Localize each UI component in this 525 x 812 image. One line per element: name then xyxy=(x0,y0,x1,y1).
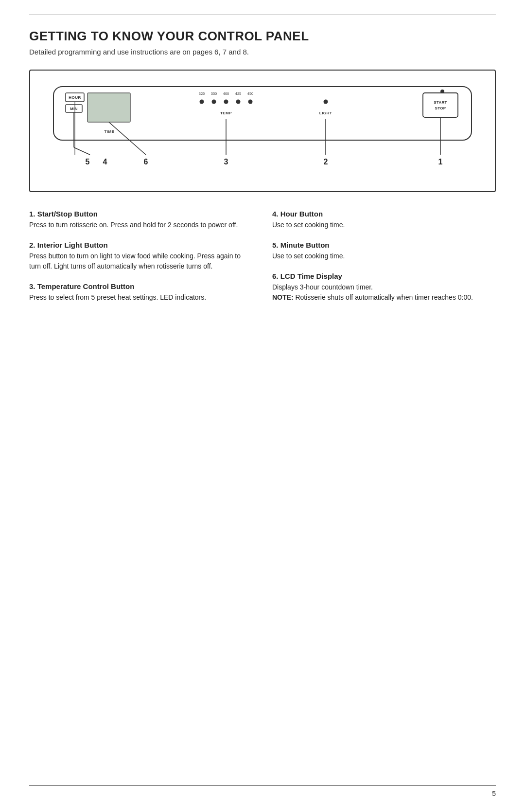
item-5-body: Use to set cooking time. xyxy=(272,251,496,261)
svg-rect-21 xyxy=(423,93,458,117)
svg-text:5: 5 xyxy=(86,158,90,166)
svg-text:3: 3 xyxy=(224,158,228,166)
svg-text:MIN: MIN xyxy=(70,107,78,111)
item-4-title: 4. Hour Button xyxy=(272,210,496,218)
right-column: 4. Hour Button Use to set cooking time. … xyxy=(272,210,496,313)
svg-point-12 xyxy=(200,100,204,104)
page-subtitle: Detailed programming and use instruction… xyxy=(29,48,496,56)
item-3-body: Press to select from 5 preset heat setti… xyxy=(29,292,253,303)
control-panel-diagram: HOUR MIN TIME 325 350 400 425 450 xyxy=(29,70,496,192)
panel-svg: HOUR MIN TIME 325 350 400 425 450 xyxy=(39,79,486,177)
svg-point-15 xyxy=(236,100,241,104)
item-6-title: 6. LCD Time Display xyxy=(272,272,496,280)
item-3: 3. Temperature Control Button Press to s… xyxy=(29,282,253,303)
item-2: 2. Interior Light Button Press button to… xyxy=(29,241,253,271)
svg-point-13 xyxy=(212,100,216,104)
svg-text:START: START xyxy=(434,100,447,105)
svg-line-25 xyxy=(74,147,90,155)
svg-text:4: 4 xyxy=(103,158,107,166)
svg-point-14 xyxy=(224,100,228,104)
item-4: 4. Hour Button Use to set cooking time. xyxy=(272,210,496,230)
bottom-area: 5 xyxy=(0,785,525,797)
page-title: GETTING TO KNOW YOUR CONTROL PANEL xyxy=(29,29,496,44)
svg-text:TEMP: TEMP xyxy=(220,111,232,115)
svg-text:350: 350 xyxy=(211,91,217,96)
svg-text:6: 6 xyxy=(144,158,148,166)
page-content: GETTING TO KNOW YOUR CONTROL PANEL Detai… xyxy=(0,15,525,343)
svg-text:400: 400 xyxy=(223,91,229,96)
item-6-note: Rotisserie shuts off automatically when … xyxy=(294,293,473,301)
description-grid: 1. Start/Stop Button Press to turn rotis… xyxy=(29,210,496,313)
item-5-title: 5. Minute Button xyxy=(272,241,496,249)
item-1-title: 1. Start/Stop Button xyxy=(29,210,253,218)
item-4-body: Use to set cooking time. xyxy=(272,220,496,230)
item-5: 5. Minute Button Use to set cooking time… xyxy=(272,241,496,261)
item-6: 6. LCD Time Display Displays 3-hour coun… xyxy=(272,272,496,303)
item-3-title: 3. Temperature Control Button xyxy=(29,282,253,290)
item-6-note-label: NOTE: xyxy=(272,293,294,301)
item-2-title: 2. Interior Light Button xyxy=(29,241,253,249)
svg-point-16 xyxy=(248,100,253,104)
left-column: 1. Start/Stop Button Press to turn rotis… xyxy=(29,210,253,313)
item-1-body: Press to turn rotisserie on. Press and h… xyxy=(29,220,253,230)
item-1: 1. Start/Stop Button Press to turn rotis… xyxy=(29,210,253,230)
item-2-body: Press button to turn on light to view fo… xyxy=(29,251,253,271)
svg-text:STOP: STOP xyxy=(435,106,446,110)
svg-text:325: 325 xyxy=(199,91,205,96)
svg-rect-6 xyxy=(88,93,130,122)
svg-text:1: 1 xyxy=(438,158,443,166)
item-6-body-prefix: Displays 3-hour countdown timer. xyxy=(272,283,373,291)
svg-text:TIME: TIME xyxy=(104,129,114,134)
item-6-body: Displays 3-hour countdown timer. NOTE: R… xyxy=(272,282,496,303)
svg-point-18 xyxy=(324,100,328,104)
svg-text:HOUR: HOUR xyxy=(69,95,81,100)
svg-text:LIGHT: LIGHT xyxy=(319,111,332,115)
svg-text:425: 425 xyxy=(235,91,242,96)
svg-text:2: 2 xyxy=(324,158,328,166)
svg-text:450: 450 xyxy=(247,91,254,96)
page-number: 5 xyxy=(0,786,525,797)
